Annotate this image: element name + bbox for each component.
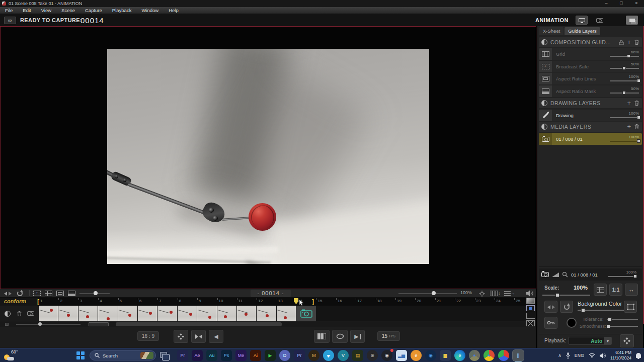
menu-item[interactable]: Playback [107,7,137,14]
ruler-frame-number[interactable]: 21 [435,298,455,306]
ruler-frame-number[interactable]: 9 [197,298,217,306]
dragonframe-icon[interactable]: || [513,350,524,361]
task-manager-icon[interactable]: ▂▅ [396,350,407,361]
fps-button[interactable]: 15FPS [377,331,400,341]
visibility-icon[interactable] [541,39,547,45]
out-point-bracket[interactable]: ] [312,298,314,305]
tray-overflow-chevron[interactable]: ∧ [558,353,561,358]
frame-thumbnail[interactable] [157,306,177,321]
auto-center-icon[interactable] [479,291,485,297]
scale-slider[interactable] [542,295,590,296]
layer-opacity-slider[interactable]: 50% [610,86,639,96]
flip-horizontal-button[interactable] [4,291,12,296]
corner-crop-icon[interactable] [526,313,535,319]
rotate-view-button[interactable] [560,301,573,313]
broadcast-safe-toggle[interactable] [33,291,41,296]
search-box[interactable]: Search [90,350,156,360]
photoshop-icon[interactable]: Ps [221,350,232,361]
frame-thumbnail[interactable] [197,306,216,321]
ruler-frame-number[interactable]: 24 [495,298,514,306]
task-view-button[interactable] [160,352,167,358]
ruler-frame-number[interactable]: 3 [78,298,98,306]
track-visibility-button[interactable] [4,310,12,318]
ruler-frame-number[interactable]: 12 [257,298,276,306]
media-encoder-icon[interactable]: Me [235,350,247,361]
weather-widget[interactable]: 60° [3,349,25,361]
menu-item[interactable]: View [36,7,56,14]
lock-icon[interactable] [619,40,624,45]
timeline-zoom-slider[interactable] [398,293,457,294]
visibility-icon[interactable] [541,100,547,106]
timeline-ruler[interactable]: conform 12345678910111213141516171819202… [0,298,536,306]
ruler-frame-number[interactable]: 22 [455,298,474,306]
ruler-frame-number[interactable]: 6 [138,298,157,306]
aspect-ratio-button[interactable]: 16 : 9 [137,331,159,341]
ruler-frame-number[interactable]: 10 [217,298,237,306]
premiere-icon[interactable]: Pr [177,350,188,361]
background-color-slider[interactable] [578,310,630,311]
bracket-frame-icon[interactable] [526,305,535,311]
ruler-frame-number[interactable]: 4 [98,298,118,306]
start-button[interactable] [76,351,85,359]
in-point-bracket[interactable]: [ [37,298,39,305]
audition-icon[interactable]: Au [206,350,217,361]
maximize-button[interactable]: □ [614,0,629,7]
ruler-frame-number[interactable]: 1 [39,298,58,306]
frame-thumbnail[interactable] [277,306,296,321]
aspect-ratio-mask-toggle[interactable] [68,291,75,296]
layer-opacity-slider[interactable]: 100% [610,74,639,83]
play-reverse-button[interactable]: ◀ [209,330,223,343]
menu-item[interactable]: Edit [18,7,36,14]
animation-workspace-button[interactable] [576,16,588,25]
edge-icon[interactable]: e [454,350,465,361]
menu-item[interactable]: Scene [56,7,80,14]
ruler-frame-number[interactable]: 16 [336,298,356,306]
guide-layer-row[interactable]: Aspect Ratio Lines 100% [539,73,642,84]
menu-item[interactable]: Capture [80,7,107,14]
playback-channel-dropdown[interactable]: Auto ▼ [569,337,612,345]
ruler-frame-number[interactable]: 20 [415,298,435,306]
ruler-frame-number[interactable]: 23 [475,298,495,306]
add-layer-icon[interactable]: + [627,101,631,106]
frame-range-button[interactable] [314,330,330,343]
ruler-frame-number[interactable]: 19 [395,298,415,306]
one-to-one-zoom-button[interactable]: 1:1 [609,284,622,296]
frame-thumbnail[interactable] [98,306,117,321]
overlay-grid-button[interactable] [594,284,607,296]
filmstrip-pulldown-icon[interactable]: ↓ [490,291,501,296]
rotate-view-button[interactable] [17,291,23,296]
key-color-swatch[interactable] [567,318,577,328]
trash-icon[interactable] [634,124,639,130]
menu-item[interactable]: File [0,7,18,14]
layer-opacity-slider[interactable]: 66% [610,50,639,59]
ruler-frame-number[interactable]: 11 [237,298,257,306]
cinematography-workspace-button[interactable] [594,16,606,25]
chromium-dark-icon[interactable]: ● [469,350,480,361]
menu-item[interactable]: Help [164,7,184,14]
aspect-ratio-lines-toggle[interactable] [56,291,64,296]
gradient-thumb-icon[interactable] [526,298,535,304]
smoothness-slider[interactable] [607,326,638,327]
transform-frame-button[interactable] [624,301,637,313]
scene-stack-button[interactable] [626,16,638,25]
ruler-frame-number[interactable]: 18 [376,298,395,306]
guide-layer-row[interactable]: Aspect Ratio Mask 50% [539,85,642,97]
menu-item[interactable]: Window [136,7,164,14]
histogram-icon[interactable] [552,273,559,277]
ruler-frame-number[interactable]: 2 [58,298,78,306]
rows-expand-icon[interactable]: → [504,291,515,296]
tab-x-sheet[interactable]: X-Sheet [539,27,564,35]
layer-opacity-slider[interactable]: 100% [610,135,639,144]
ruler-frame-number[interactable]: 15 [316,298,336,306]
black-frame-button[interactable] [191,330,206,343]
clock[interactable]: 6:41 PM 11/10/2024 [610,350,631,360]
ruler-frame-number[interactable]: 5 [118,298,138,306]
frame-thumbnail[interactable] [39,306,58,321]
visibility-icon[interactable] [541,124,547,130]
after-effects-icon[interactable]: Ae [192,350,203,361]
minimize-button[interactable]: – [599,0,614,7]
frame-thumbnail[interactable] [257,306,276,321]
discord-icon[interactable]: D [279,350,290,361]
trash-icon[interactable] [634,100,639,106]
premiere-2-icon[interactable]: Pr [294,350,305,361]
